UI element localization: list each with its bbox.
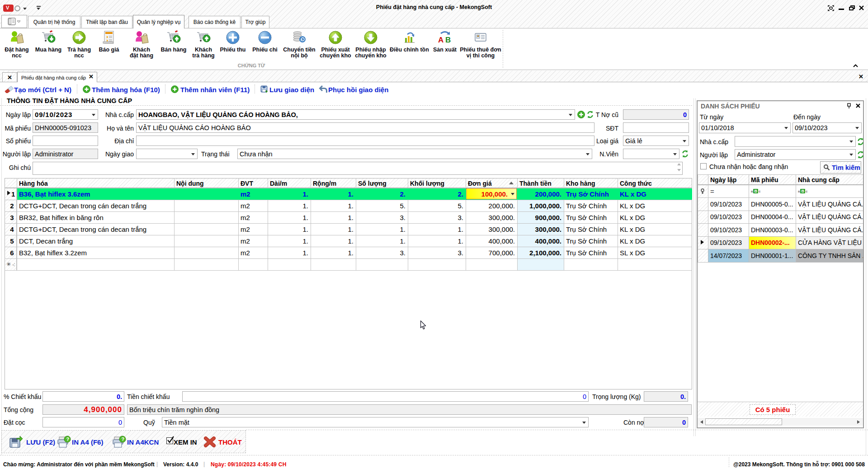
svg-text:B: B [445, 36, 451, 44]
svg-text:?: ? [66, 436, 70, 442]
svg-text:?: ? [122, 436, 125, 442]
svg-text:A: A [438, 36, 443, 44]
